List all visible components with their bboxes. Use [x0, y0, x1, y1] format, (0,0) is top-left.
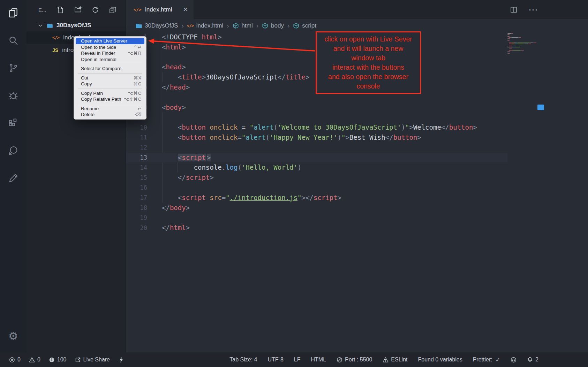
code-text: <button onclick="alert('Happy New Year!'…: [162, 132, 421, 143]
line-number: 10: [126, 124, 162, 131]
menu-item-copy-path[interactable]: Copy Path⌥⌘C: [76, 90, 144, 97]
menu-item-copy-relative-path[interactable]: Copy Relative Path⌥⇧⌘C: [76, 96, 144, 102]
status-live-share[interactable]: Live Share: [75, 357, 110, 363]
code-line-15[interactable]: 15 </script>: [126, 173, 507, 183]
code-line-12[interactable]: 12: [126, 143, 507, 153]
sidebar-actions: [57, 6, 116, 14]
menu-separator: [78, 104, 142, 104]
activity-item-explorer[interactable]: [5, 5, 21, 21]
status-left: 00100Live Share: [9, 357, 124, 363]
minimap-line: [507, 39, 539, 40]
minimap-line: [507, 53, 539, 54]
menu-item-open-to-the-side[interactable]: Open to the Side⌃↩: [76, 44, 144, 51]
status-language-mode[interactable]: HTML: [311, 357, 326, 363]
code-line-14[interactable]: 14 console.log('Hello, World'): [126, 162, 507, 173]
tab-bar: </> index.html ✕ ⋯: [126, 0, 588, 19]
activity-item-run-debug[interactable]: [5, 87, 21, 104]
menu-item-label: Rename: [81, 106, 99, 111]
code-text: </script>: [162, 173, 214, 183]
minimap[interactable]: [507, 33, 539, 54]
menu-item-reveal-in-finder[interactable]: Reveal in Finder⌥⌘R: [76, 50, 144, 56]
breadcrumb-item-30DaysOfJS[interactable]: 30DaysOfJS: [136, 22, 178, 29]
tab-index-html[interactable]: </> index.html ✕: [126, 0, 194, 19]
line-number: 12: [126, 144, 162, 151]
sidebar-header: E...: [27, 0, 126, 20]
status-errors[interactable]: 0: [9, 357, 21, 363]
menu-item-open-in-terminal[interactable]: Open in Terminal: [76, 56, 144, 63]
code-text: <title>30DaysOfJavaScript</title>: [162, 72, 309, 82]
activity-item-settings[interactable]: ⚙: [5, 328, 21, 344]
status-prettier[interactable]: Prettier:✓: [473, 357, 500, 363]
status-text: Prettier:: [473, 357, 492, 363]
new-file-icon[interactable]: [57, 6, 64, 14]
minimap-line: [507, 43, 539, 43]
tree-folder-30DaysOfJS[interactable]: 30DaysOfJS: [27, 20, 126, 31]
files-icon: [8, 8, 18, 18]
status-live-server-port[interactable]: Port : 5500: [337, 357, 372, 363]
breadcrumb-item-body[interactable]: body: [262, 22, 284, 29]
status-eol[interactable]: LF: [294, 357, 301, 363]
menu-item-open-with-live-server[interactable]: Open with Live Server: [76, 38, 144, 44]
line-number: 19: [126, 214, 162, 221]
minimap-line: [507, 47, 539, 47]
menu-shortcut: ↩: [138, 106, 142, 111]
close-icon[interactable]: ✕: [183, 6, 188, 13]
menu-item-label: Reveal in Finder: [81, 51, 115, 56]
menu-item-select-for-compare[interactable]: Select for Compare: [76, 66, 144, 72]
code-line-11[interactable]: 11 <button onclick="alert('Happy New Yea…: [126, 132, 507, 143]
code-line-18[interactable]: 18</body>: [126, 203, 507, 213]
minimap-line: [507, 52, 539, 53]
status-variables-found[interactable]: Found 0 variables: [418, 357, 462, 363]
status-tab-size[interactable]: Tab Size: 4: [229, 357, 257, 363]
breadcrumb-item-script[interactable]: script: [293, 22, 316, 29]
menu-item-label: Open with Live Server: [81, 38, 127, 44]
new-folder-icon[interactable]: [74, 6, 82, 14]
status-encoding[interactable]: UTF-8: [268, 357, 284, 363]
status-notifications[interactable]: 2: [527, 357, 538, 363]
breadcrumb-label: script: [302, 22, 316, 29]
status-warnings[interactable]: 0: [29, 357, 40, 363]
slash-circle-icon: [337, 357, 342, 363]
code-text: <script src="./introduction.js"></script…: [162, 193, 341, 203]
html-file-icon: </>: [134, 7, 141, 12]
code-line-17[interactable]: 17 <script src="./introduction.js"></scr…: [126, 193, 507, 203]
code-line-20[interactable]: 20</html>: [126, 223, 507, 233]
activity-item-search[interactable]: [5, 32, 21, 48]
menu-item-label: Delete: [81, 112, 95, 117]
code-line-13[interactable]: 13 <script>: [126, 153, 507, 163]
status-right: Tab Size: 4UTF-8LFHTMLPort : 5500ESLintF…: [229, 357, 538, 363]
minimap-line: [507, 45, 539, 45]
activity-item-source-control[interactable]: [5, 60, 21, 76]
breadcrumb-item-html[interactable]: html: [233, 22, 253, 29]
menu-shortcut: ⌥⌘C: [128, 91, 142, 96]
minimap-line: [507, 49, 539, 49]
refresh-icon[interactable]: [92, 6, 99, 14]
info-icon: [49, 357, 55, 363]
split-editor-icon[interactable]: [510, 6, 517, 13]
code-line-16[interactable]: 16: [126, 183, 507, 193]
breadcrumb-label: body: [271, 22, 284, 29]
status-feedback-smiley[interactable]: [511, 357, 517, 363]
status-info-metric[interactable]: 100: [49, 357, 67, 363]
activity-item-extensions[interactable]: [5, 115, 21, 131]
collapse-all-icon[interactable]: [109, 6, 116, 14]
activity-item-live-share[interactable]: [5, 143, 21, 159]
code-line-8[interactable]: 8<body>: [126, 102, 507, 113]
menu-shortcut: ⌃↩: [134, 45, 142, 50]
menu-item-cut[interactable]: Cut⌘X: [76, 75, 144, 81]
status-eslint[interactable]: ESLint: [383, 357, 407, 363]
error-icon: [9, 357, 15, 363]
code-line-9[interactable]: 9: [126, 112, 507, 122]
menu-separator: [78, 89, 142, 89]
menu-item-label: Open to the Side: [81, 45, 116, 50]
status-thunder-client[interactable]: [118, 357, 124, 363]
smiley-icon: [511, 357, 517, 363]
menu-item-delete[interactable]: Delete⌫: [76, 112, 144, 118]
breadcrumb-item-index.html[interactable]: </>index.html: [187, 22, 223, 29]
source-control-icon: [8, 63, 18, 73]
menu-item-rename[interactable]: Rename↩: [76, 106, 144, 112]
activity-item-feedback[interactable]: [5, 170, 21, 186]
code-line-19[interactable]: 19: [126, 213, 507, 223]
code-line-10[interactable]: 10 <button onclick = "alert('Welcome to …: [126, 122, 507, 132]
menu-item-copy[interactable]: Copy⌘C: [76, 81, 144, 87]
